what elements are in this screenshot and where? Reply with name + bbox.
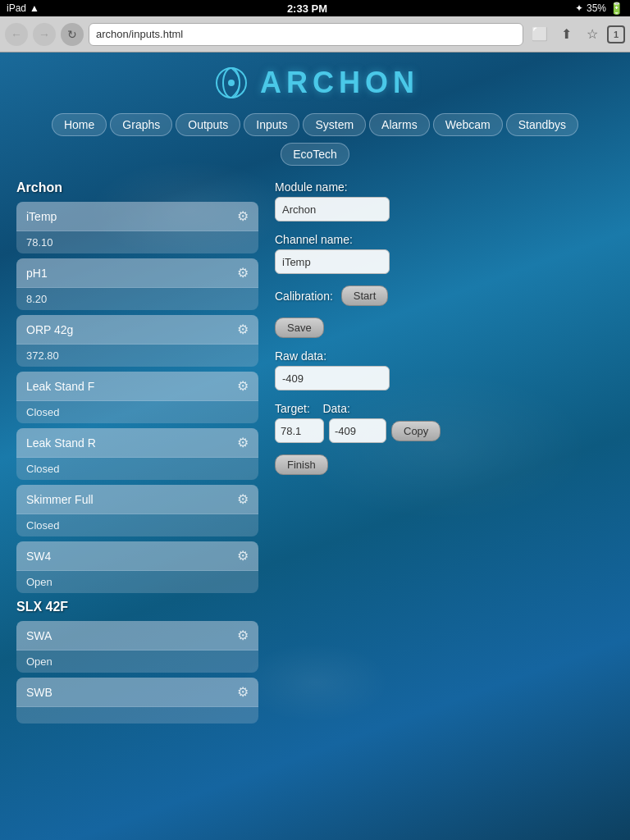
nav-system[interactable]: System [303, 113, 366, 136]
logo-text: ARCHON [260, 66, 419, 100]
start-button[interactable]: Start [341, 285, 388, 306]
channel-leak-f: Leak Stand F ⚙ Closed [16, 372, 258, 423]
channel-sw4-name: SW4 [26, 550, 51, 563]
channel-swa-gear[interactable]: ⚙ [237, 628, 249, 643]
channel-orp-gear[interactable]: ⚙ [237, 322, 249, 337]
nav-ecotech[interactable]: EcoTech [281, 143, 349, 166]
browser-actions: ⬜ ⬆ ☆ 1 [528, 23, 625, 46]
archon-module-label: Archon [16, 180, 258, 195]
nav-inputs[interactable]: Inputs [244, 113, 299, 136]
status-right: ✦ 35% 🔋 [575, 2, 623, 15]
nav-standbys[interactable]: Standbys [506, 113, 578, 136]
nav-graphs[interactable]: Graphs [110, 113, 172, 136]
channel-leak-r-name: Leak Stand R [26, 436, 96, 450]
channel-swa-value: Open [16, 651, 258, 673]
channel-ph1-gear[interactable]: ⚙ [237, 265, 249, 281]
channel-sw4-gear[interactable]: ⚙ [237, 548, 249, 564]
battery-label: 35% [587, 2, 606, 14]
raw-data-label: Raw data: [275, 349, 614, 363]
channel-ph1: pH1 ⚙ 8.20 [16, 258, 258, 310]
nav-bar-main: Home Graphs Outputs Inputs System Alarms… [0, 110, 630, 139]
data-value-display: -409 [329, 418, 386, 443]
channel-itemp-value: 78.10 [16, 231, 258, 253]
channel-orp-name: ORP 42g [26, 323, 73, 336]
target-data-label: Target: Data: [275, 402, 614, 415]
copy-button[interactable]: Copy [391, 421, 441, 441]
channel-swa-header: SWA ⚙ [16, 621, 258, 651]
raw-data-row: Raw data: [275, 349, 614, 390]
channel-swa: SWA ⚙ Open [16, 621, 258, 673]
archon-logo-icon [211, 62, 252, 103]
save-button[interactable]: Save [275, 317, 324, 338]
module-name-label: Module name: [275, 180, 614, 194]
bookmark-icon[interactable]: ☆ [581, 23, 604, 46]
channel-name-label: Channel name: [275, 233, 614, 246]
channel-sw4-header: SW4 ⚙ [16, 541, 258, 571]
channel-ph1-name: pH1 [26, 267, 48, 280]
channel-swb-header: SWB ⚙ [16, 678, 258, 707]
upload-icon[interactable]: ⬆ [555, 23, 578, 46]
data-label-text: Data: [322, 402, 349, 415]
channel-skimmer-name: Skimmer Full [26, 493, 94, 506]
channel-itemp: iTemp ⚙ 78.10 [16, 202, 258, 253]
url-text: archon/inputs.html [96, 28, 183, 40]
page-area: ARCHON Home Graphs Outputs Inputs System… [0, 52, 630, 840]
channel-skimmer-value: Closed [16, 514, 258, 536]
channel-sw4-value: Open [16, 571, 258, 593]
right-panel: Module name: Channel name: Calibration: … [275, 180, 614, 728]
channel-skimmer-header: Skimmer Full ⚙ [16, 485, 258, 514]
calibration-row: Calibration: Start [275, 285, 614, 306]
channel-name-input[interactable] [275, 249, 390, 274]
nav-webcam[interactable]: Webcam [433, 113, 503, 136]
channel-leak-r-header: Leak Stand R ⚙ [16, 428, 258, 458]
channel-ph1-value: 8.20 [16, 288, 258, 310]
channel-itemp-gear[interactable]: ⚙ [237, 208, 249, 224]
channel-leak-f-gear[interactable]: ⚙ [237, 378, 249, 394]
channel-swb: SWB ⚙ [16, 678, 258, 724]
back-button[interactable]: ← [5, 23, 28, 46]
logo-area: ARCHON [0, 52, 630, 110]
forward-button[interactable]: → [33, 23, 56, 46]
nav-alarms[interactable]: Alarms [369, 113, 430, 136]
channel-leak-r-gear[interactable]: ⚙ [237, 435, 249, 450]
left-panel: Archon iTemp ⚙ 78.10 pH1 ⚙ 8.20 [16, 180, 258, 728]
nav-home[interactable]: Home [52, 113, 107, 136]
finish-button[interactable]: Finish [275, 454, 328, 475]
browser-chrome: ← → ↻ archon/inputs.html ⬜ ⬆ ☆ 1 [0, 16, 630, 52]
target-data-label-row: Target: Data: 78.1 -409 Copy [275, 402, 614, 443]
channel-swa-name: SWA [26, 629, 52, 642]
target-data-row: 78.1 -409 Copy [275, 418, 614, 443]
channel-skimmer: Skimmer Full ⚙ Closed [16, 485, 258, 536]
status-bar: iPad ▲ 2:33 PM ✦ 35% 🔋 [0, 0, 630, 16]
raw-data-input[interactable] [275, 366, 390, 390]
finish-row: Finish [275, 454, 614, 475]
channel-leak-f-value: Closed [16, 401, 258, 423]
module-name-input[interactable] [275, 197, 390, 221]
channel-itemp-name: iTemp [26, 210, 57, 223]
target-label-text: Target: [275, 402, 310, 415]
address-bar[interactable]: archon/inputs.html [89, 23, 523, 46]
channel-ph1-header: pH1 ⚙ [16, 258, 258, 288]
module-name-row: Module name: [275, 180, 614, 221]
nav-bar-second: EcoTech [0, 139, 630, 172]
channel-orp-header: ORP 42g ⚙ [16, 315, 258, 345]
channel-leak-r: Leak Stand R ⚙ Closed [16, 428, 258, 480]
channel-swb-gear[interactable]: ⚙ [237, 684, 249, 700]
channel-leak-f-header: Leak Stand F ⚙ [16, 372, 258, 401]
svg-point-2 [228, 80, 235, 86]
wifi-icon: ▲ [30, 2, 39, 14]
save-row: Save [275, 317, 614, 338]
carrier-label: iPad [7, 2, 26, 14]
channel-orp-value: 372.80 [16, 345, 258, 367]
channel-skimmer-gear[interactable]: ⚙ [237, 491, 249, 507]
tab-count[interactable]: 1 [607, 25, 625, 43]
status-left: iPad ▲ [7, 2, 39, 14]
battery-icon: 🔋 [609, 2, 623, 15]
channel-leak-f-name: Leak Stand F [26, 380, 94, 393]
channel-sw4: SW4 ⚙ Open [16, 541, 258, 593]
share-icon[interactable]: ⬜ [528, 23, 551, 46]
nav-outputs[interactable]: Outputs [176, 113, 240, 136]
channel-itemp-header: iTemp ⚙ [16, 202, 258, 231]
target-value-display: 78.1 [275, 418, 324, 443]
reload-button[interactable]: ↻ [61, 23, 84, 46]
